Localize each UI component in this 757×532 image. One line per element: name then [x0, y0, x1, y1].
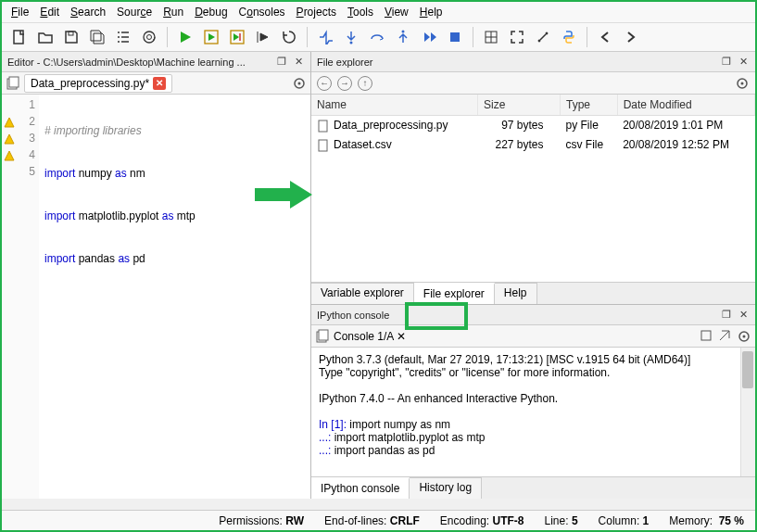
clear-icon[interactable]	[718, 329, 731, 344]
file-explorer-title: File explorer	[317, 57, 373, 68]
tab-variable-explorer[interactable]: Variable explorer	[311, 283, 414, 304]
svg-point-13	[298, 82, 301, 84]
tab-help[interactable]: Help	[495, 283, 537, 304]
file-list[interactable]: Name Size Type Date Modified Data_prepro…	[311, 95, 755, 282]
forward-icon[interactable]	[621, 27, 641, 47]
file-explorer-header: File explorer ❐ ✕	[311, 52, 755, 72]
scrollbar[interactable]	[740, 348, 755, 476]
svg-point-6	[350, 42, 353, 44]
tab-close-icon[interactable]: ✕	[153, 77, 166, 90]
tab-ipython-console[interactable]: IPython console	[311, 477, 410, 499]
col-name[interactable]: Name	[311, 95, 478, 116]
svg-rect-17	[319, 140, 327, 151]
svg-rect-16	[319, 120, 327, 132]
nav-back-icon[interactable]: ←	[317, 76, 332, 91]
save-icon[interactable]	[61, 27, 82, 47]
run-icon[interactable]	[175, 27, 196, 47]
menu-edit[interactable]: Edit	[40, 6, 59, 19]
status-bar: Permissions: RW End-of-lines: CRLF Encod…	[2, 510, 755, 530]
code-area[interactable]: # importing libraries import numpy as nm…	[39, 95, 310, 499]
layout-icon[interactable]	[481, 27, 501, 47]
run-cell-advance-icon[interactable]	[227, 27, 247, 47]
debug-stepinto-icon[interactable]	[341, 27, 361, 47]
nav-forward-icon[interactable]: →	[337, 76, 352, 91]
svg-rect-8	[450, 32, 460, 42]
open-file-icon[interactable]	[35, 27, 56, 47]
debug-stop-icon[interactable]	[445, 27, 465, 47]
col-date[interactable]: Date Modified	[617, 95, 754, 116]
rerun-icon[interactable]	[279, 27, 299, 47]
console-tab[interactable]: Console 1/A ✕	[334, 330, 406, 343]
main-toolbar	[2, 23, 755, 52]
editor-tab[interactable]: Data_preprocessing.py* ✕	[24, 74, 172, 93]
menu-file[interactable]: File	[11, 6, 29, 19]
browse-tabs-icon[interactable]	[315, 329, 330, 344]
file-row[interactable]: Data_preprocessing.py 97 bytes py File 2…	[311, 116, 755, 135]
editor-options-icon[interactable]	[292, 76, 307, 91]
warning-icon	[4, 117, 15, 128]
menu-run[interactable]: Run	[163, 6, 183, 19]
maximize-icon[interactable]	[507, 27, 527, 47]
list-icon[interactable]	[113, 27, 133, 47]
console-output[interactable]: Python 3.7.3 (default, Mar 27 2019, 17:1…	[311, 348, 755, 476]
file-explorer-options-icon[interactable]	[735, 76, 750, 91]
tab-file-explorer[interactable]: File explorer	[414, 283, 495, 304]
menu-view[interactable]: View	[385, 6, 409, 19]
menu-debug[interactable]: Debug	[195, 6, 227, 19]
file-icon	[317, 139, 330, 152]
console-pane-header: IPython console ❐ ✕	[311, 305, 755, 325]
svg-rect-0	[14, 31, 23, 44]
at-icon[interactable]	[139, 27, 159, 47]
console-bottom-tabs: IPython console History log	[311, 476, 755, 499]
menu-projects[interactable]: Projects	[296, 6, 336, 19]
debug-stepout-icon[interactable]	[393, 27, 413, 47]
pane-close-icon[interactable]: ✕	[737, 309, 750, 322]
debug-stepover-icon[interactable]	[367, 27, 387, 47]
editor-pane-title: Editor - C:\Users\admin\Desktop\Machine …	[7, 57, 246, 68]
interrupt-icon[interactable]	[700, 329, 713, 344]
pane-close-icon[interactable]: ✕	[292, 56, 305, 69]
pane-undock-icon[interactable]: ❐	[275, 56, 288, 69]
menu-search[interactable]: Search	[70, 6, 106, 19]
warning-icon	[4, 133, 15, 145]
python-icon[interactable]	[559, 27, 579, 47]
new-file-icon[interactable]	[9, 27, 30, 47]
pane-undock-icon[interactable]: ❐	[720, 309, 733, 322]
debug-continue-icon[interactable]	[419, 27, 439, 47]
debug-step-icon[interactable]	[315, 27, 335, 47]
menu-help[interactable]: Help	[420, 6, 443, 19]
file-row[interactable]: Dataset.csv 227 bytes csv File 20/08/201…	[311, 135, 755, 155]
menu-tools[interactable]: Tools	[347, 6, 373, 19]
save-all-icon[interactable]	[87, 27, 107, 47]
editor-tabbar: Data_preprocessing.py* ✕	[2, 72, 310, 95]
editor-tab-label: Data_preprocessing.py*	[31, 77, 149, 90]
pane-undock-icon[interactable]: ❐	[720, 56, 733, 69]
tab-history-log[interactable]: History log	[410, 477, 482, 499]
col-type[interactable]: Type	[561, 95, 618, 116]
console-options-icon[interactable]	[737, 329, 751, 344]
tab-close-icon[interactable]: ✕	[397, 330, 406, 343]
col-size[interactable]: Size	[478, 95, 561, 116]
console-tab-label: Console 1/A	[334, 330, 394, 343]
preferences-icon[interactable]	[533, 27, 553, 47]
nav-up-icon[interactable]: ↑	[358, 76, 372, 91]
file-explorer-toolbar: ← → ↑	[311, 72, 755, 95]
svg-point-3	[147, 35, 152, 40]
code-editor[interactable]: 1 2 3 4 5 # importing libraries import n…	[2, 95, 310, 499]
menu-consoles[interactable]: Consoles	[239, 6, 285, 19]
svg-rect-11	[9, 77, 19, 87]
svg-point-7	[402, 31, 405, 33]
svg-rect-20	[701, 331, 711, 340]
run-selection-icon[interactable]	[253, 27, 273, 47]
browse-tabs-icon[interactable]	[6, 76, 20, 91]
svg-rect-19	[319, 330, 328, 340]
editor-pane-header: Editor - C:\Users\admin\Desktop\Machine …	[2, 52, 310, 72]
svg-point-22	[743, 335, 746, 337]
back-icon[interactable]	[595, 27, 615, 47]
console-tabbar: Console 1/A ✕	[311, 325, 755, 348]
run-cell-icon[interactable]	[201, 27, 221, 47]
warning-icon	[4, 150, 15, 161]
menu-source[interactable]: Source	[117, 6, 152, 19]
svg-point-15	[741, 82, 744, 84]
pane-close-icon[interactable]: ✕	[737, 56, 750, 69]
